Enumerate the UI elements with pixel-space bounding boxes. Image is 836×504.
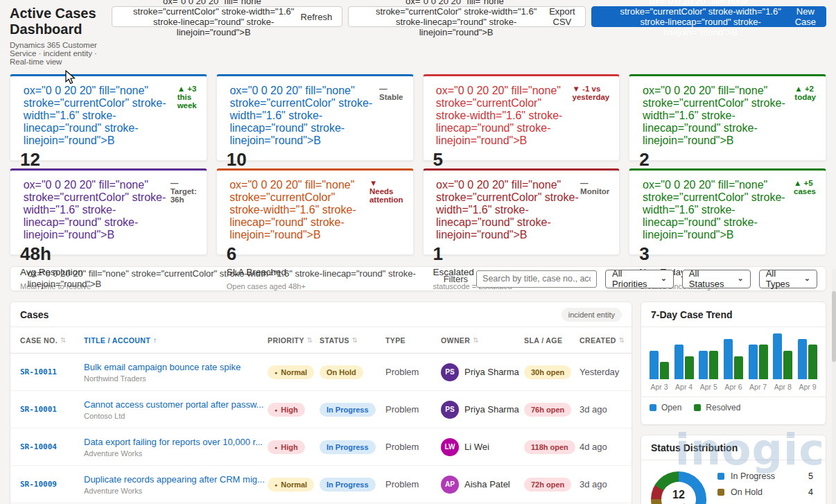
search-input[interactable] [476,270,597,288]
table-row[interactable]: SR-10001Cannot access customer portal af… [10,391,632,428]
case-number-link[interactable]: SR-10011 [20,367,84,376]
open-bar [650,351,659,379]
cases-panel: Cases incident entity CASE NO.⇅TITLE / A… [10,302,632,504]
scrollbar-thumb[interactable] [832,291,836,362]
funnel-icon: ox="0 0 20 20" fill="none" stroke="curre… [19,268,439,289]
type-cell: Problem [385,404,441,415]
column-header-case-no-[interactable]: CASE NO.⇅ [20,336,84,345]
priority-badge-label: Normal [281,368,307,376]
x-tick-label: Apr 6 [724,383,743,391]
table-row[interactable]: SR-10011Bulk email campaign bounce rate … [10,354,632,391]
case-number-link[interactable]: SR-10004 [20,442,84,451]
bar-group [650,351,669,379]
kpi-card-resolved-today: ox="0 0 20 20" fill="none" stroke="curre… [629,74,826,161]
cases-panel-header: Cases incident entity [10,302,632,327]
priority-badge: ●Normal [268,365,314,379]
table-row[interactable]: SR-10004Data export failing for reports … [10,428,632,466]
plus-icon: ox="0 0 20 20" fill="none" stroke="curre… [602,0,790,37]
owner-cell: APAisha Patel [441,476,524,494]
column-header-status[interactable]: STATUS⇅ [320,336,385,345]
type-cell: Problem [385,479,441,489]
sla-badge-label: 76h open [531,406,564,414]
priority-filter-select[interactable]: All Priorities ⌄ [605,270,674,288]
trend-panel: 7-Day Case Trend Apr 3Apr 4Apr 5Apr 6Apr… [641,302,826,425]
type-filter-select[interactable]: All Types ⌄ [759,270,817,288]
status-count: 4 [808,487,816,497]
column-header-title-account[interactable]: TITLE / ACCOUNT↑ [84,336,268,345]
status-panel: Status Distribution 12 total In Progress… [641,435,826,504]
created-cell: Yesterday [580,367,632,377]
sla-badge-label: 72h open [531,480,564,489]
kpi-card-escalated: ox="0 0 20 20" fill="none" stroke="curre… [423,168,620,255]
legend-item-resolved: Resolved [694,403,740,412]
kpi-value: 48h [20,244,197,264]
kpi-card-top: ox="0 0 20 20" fill="none" stroke="curre… [433,85,610,147]
case-account: Contoso Ltd [84,412,268,420]
kpi-trend: ▲ +2 today [794,85,816,101]
column-header-priority[interactable]: PRIORITY⇅ [268,336,320,345]
status-badge-label: In Progress [326,480,369,489]
status-filter-select[interactable]: All Statuses ⌄ [682,270,751,288]
sort-asc-icon: ↑ [153,336,157,344]
column-header-type[interactable]: TYPE [385,336,441,345]
toolbar: ox="0 0 20 20" fill="none" stroke="curre… [112,6,826,27]
new-case-button[interactable]: ox="0 0 20 20" fill="none" stroke="curre… [591,6,826,27]
status-legend-row: On Hold4 [717,487,816,497]
case-title-link[interactable]: Cannot access customer portal after pass… [84,399,268,410]
kpi-card-top: ox="0 0 20 20" fill="none" stroke="curre… [227,85,403,147]
kpi-trend: ▼ -1 vs yesterday [573,85,610,101]
status-cell: In Progress [320,440,385,454]
avatar: PS [441,363,459,381]
export-csv-button[interactable]: ox="0 0 20 20" fill="none" stroke="curre… [348,6,586,27]
status-cell: On Hold [320,365,385,379]
case-account: Adventure Works [84,487,268,495]
kpi-trend: — Monitor [580,179,609,195]
x-tick-label: Apr 8 [773,383,792,391]
table-row[interactable]: SR-10009Duplicate records appearing afte… [10,466,632,503]
status-cell: In Progress [320,478,385,492]
kpi-card-sla-breached: ox="0 0 20 20" fill="none" stroke="curre… [216,168,414,255]
resolved-bar [808,345,817,379]
status-label: In Progress [731,471,775,481]
case-title-link[interactable]: Duplicate records appearing after CRM mi… [84,474,268,485]
status-body: 12 total In Progress5On Hold4Escalated1R… [641,460,826,504]
case-number-link[interactable]: SR-10001 [20,405,84,414]
priority-badge: ●High [268,403,305,417]
priority-badge-label: High [281,406,297,414]
refresh-button[interactable]: ox="0 0 20 20" fill="none" stroke="curre… [112,6,342,27]
sla-cell: 72h open [524,478,580,492]
case-number-link[interactable]: SR-10009 [20,480,84,489]
sla-badge-label: 118h open [531,443,568,451]
check-icon: ox="0 0 20 20" fill="none" stroke="curre… [639,85,794,147]
owner-cell: PSPriya Sharma [441,401,524,419]
x-tick-label: Apr 9 [798,383,817,391]
chevron-down-icon: ⌄ [661,274,667,283]
column-header-created[interactable]: CREATED⇅ [580,336,632,345]
kpi-trend: — Stable [379,85,403,101]
trend-panel-title: 7-Day Case Trend [651,309,733,320]
export-label: Export CSV [549,6,575,27]
sla-badge: 72h open [524,478,571,492]
title-account-cell: Cannot access customer portal after pass… [84,399,268,420]
table-body: SR-10011Bulk email campaign bounce rate … [10,354,632,504]
sla-badge: 76h open [524,403,571,417]
sla-badge: 30h open [524,365,571,379]
case-title-link[interactable]: Data export failing for reports over 10,… [84,437,268,447]
resolved-bar [660,362,669,379]
status-badge-label: On Hold [326,368,356,376]
column-header-sla-age[interactable]: SLA / AGE [524,336,580,345]
trend-panel-header: 7-Day Case Trend [641,302,826,327]
priority-cell: ●High [268,440,320,455]
plus-circle-icon: ox="0 0 20 20" fill="none" stroke="curre… [639,179,794,241]
column-header-owner[interactable]: OWNER⇅ [441,336,524,345]
case-title-link[interactable]: Bulk email campaign bounce rate spike [84,362,268,372]
donut-center: 12 total [661,482,696,504]
bar-group [674,345,694,379]
open-bar [724,339,733,379]
bar-group [749,345,768,379]
status-badge-label: In Progress [326,443,369,451]
priority-badge-label: High [281,443,297,451]
resolved-bar [783,351,792,379]
open-bar [773,333,782,379]
resolved-bar [759,345,768,379]
